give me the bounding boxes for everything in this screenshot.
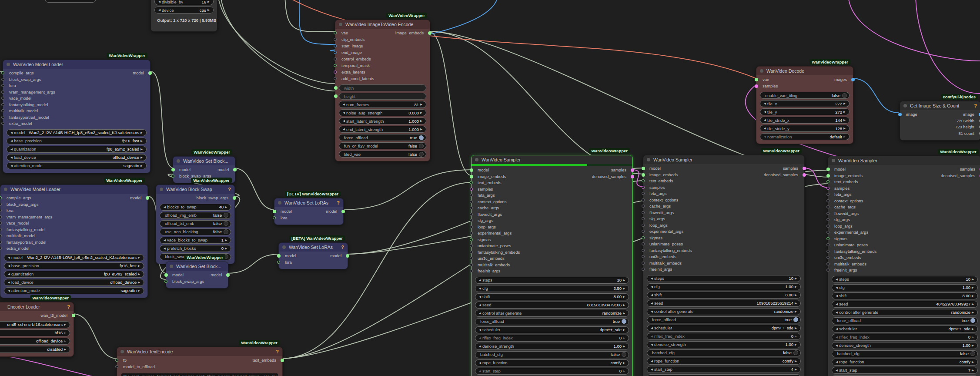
decrement-arrow-icon[interactable]: ◀ <box>162 205 167 209</box>
increment-arrow-icon[interactable]: ▶ <box>139 148 144 151</box>
decrement-arrow-icon[interactable]: ◀ <box>649 293 654 297</box>
widget-cfg[interactable]: ◀cfg1.00▶ <box>647 283 801 290</box>
input-dot-model-to-offload[interactable] <box>115 365 118 368</box>
widget-end-step[interactable]: ◀end_step7▶ <box>647 374 801 376</box>
increment-arrow-icon[interactable]: ▶ <box>622 345 626 348</box>
widget-shift[interactable]: ◀shift8.00▶ <box>647 292 801 299</box>
output-dot-samples[interactable] <box>631 168 634 172</box>
help-badge[interactable]: ? <box>67 304 70 309</box>
collapse-dot-icon[interactable] <box>760 69 763 73</box>
increment-arrow-icon[interactable]: ▶ <box>622 295 626 299</box>
widget-force-offload[interactable]: force_offloadtrue <box>339 134 426 141</box>
node-image-to-video-encode[interactable]: WanVideoWrapperWanVideo ImageToVideo Enc… <box>335 20 430 161</box>
decrement-arrow-icon[interactable]: ◀ <box>341 111 346 114</box>
widget-device[interactable]: ◀devicecpu▶ <box>154 7 214 13</box>
widget-seed[interactable]: ◀seed404529763349927▶ <box>832 301 978 308</box>
widget-start-step[interactable]: ◀start_step4▶ <box>647 366 801 373</box>
decrement-arrow-icon[interactable]: ◀ <box>834 294 839 298</box>
input-dot-block-swap-args[interactable] <box>0 203 2 206</box>
input-dot-extra-model[interactable] <box>1 122 4 125</box>
input-dot-fantasytalking-embeds[interactable] <box>642 249 645 252</box>
input-dot-compile-args[interactable] <box>0 196 2 199</box>
output-dot-wan-t5-model[interactable] <box>72 314 75 317</box>
increment-arrow-icon[interactable]: ▶ <box>224 205 228 209</box>
widget-force-offload[interactable]: force_offloadtrue <box>647 316 801 323</box>
increment-arrow-icon[interactable]: ▶ <box>842 110 847 114</box>
input-dot-fantasyportrait-model[interactable] <box>1 116 4 119</box>
increment-arrow-icon[interactable]: ▶ <box>419 119 424 123</box>
widget-riflex-freq-index[interactable]: ◀riflex_freq_index0▶ <box>475 335 629 342</box>
widget-denoise-strength[interactable]: ◀denoise_strength1.00▶ <box>832 342 978 349</box>
widget-attention-mode[interactable]: ◀attention_modesageattn▶ <box>4 287 144 294</box>
increment-arrow-icon[interactable]: ▶ <box>970 360 975 364</box>
node-model-loader-low[interactable]: WanVideoWrapperWanVideo Model Loadercomp… <box>0 185 148 298</box>
decrement-arrow-icon[interactable]: ◀ <box>7 272 11 276</box>
decrement-arrow-icon[interactable]: ◀ <box>649 368 654 371</box>
widget-load-device[interactable]: ◀load_deviceoffload_device▶ <box>7 154 147 161</box>
decrement-arrow-icon[interactable]: ◀ <box>478 345 482 348</box>
decrement-arrow-icon[interactable]: ◀ <box>649 310 654 313</box>
input-dot-temporal-mask[interactable] <box>334 64 337 67</box>
decrement-arrow-icon[interactable]: ◀ <box>763 127 767 130</box>
increment-arrow-icon[interactable]: ▶ <box>63 339 67 343</box>
input-dot-fantasyportrait-model[interactable] <box>0 241 2 244</box>
widget-tile-x[interactable]: ◀tile_x272▶ <box>760 100 850 107</box>
decrement-arrow-icon[interactable]: ◀ <box>834 360 839 364</box>
increment-arrow-icon[interactable]: ▶ <box>970 311 975 314</box>
decrement-arrow-icon[interactable]: ◀ <box>649 359 654 363</box>
node-get-image-size-count[interactable]: comfyui-kjnodesGet Image Size & Count?im… <box>900 101 980 141</box>
increment-arrow-icon[interactable]: ▶ <box>622 369 626 373</box>
collapse-dot-icon[interactable] <box>903 104 907 107</box>
widget-model[interactable]: ◀modelWan2_2-I2V-A14B-LOW_fp8_e5m2_scale… <box>4 254 144 261</box>
input-dot-multitalk-embeds[interactable] <box>470 263 473 266</box>
increment-arrow-icon[interactable]: ▶ <box>793 359 798 363</box>
widget-denoise-strength[interactable]: ◀denoise_strength1.00▶ <box>475 343 629 350</box>
widget-scheduler[interactable]: ◀schedulerdpm++_sde▶ <box>832 326 978 332</box>
collapse-dot-icon[interactable] <box>278 201 281 205</box>
input-dot-image-embeds[interactable] <box>826 174 830 178</box>
increment-arrow-icon[interactable]: ▶ <box>622 361 626 365</box>
widget-start-step[interactable]: ◀start_step0▶ <box>475 368 629 375</box>
converted-input-height[interactable]: height <box>339 93 426 100</box>
increment-arrow-icon[interactable]: ▶ <box>793 285 798 289</box>
widget-batched-cfg[interactable]: batched_cfgfalse <box>832 350 978 357</box>
decrement-arrow-icon[interactable]: ◀ <box>763 110 767 114</box>
input-dot-experimental-args[interactable] <box>470 232 473 235</box>
increment-arrow-icon[interactable]: ▶ <box>970 302 975 306</box>
toggle-knob[interactable] <box>622 352 626 357</box>
input-dot-vae[interactable] <box>755 78 758 81</box>
node-title-bar[interactable]: WanVideo TextEncode? <box>117 347 282 356</box>
input-dot-context-options[interactable] <box>470 200 473 203</box>
widget-rope-function[interactable]: ◀rope_functioncomfy▶ <box>647 358 801 365</box>
node-title-bar[interactable]: WanVideo Model Loader <box>0 185 147 194</box>
input-dot-uni3c-embeds[interactable] <box>826 256 829 259</box>
widget-force-offload[interactable]: force_offloadtrue <box>832 317 978 324</box>
input-dot-start-image[interactable] <box>334 44 337 47</box>
input-dot-extra-latents[interactable] <box>334 70 337 74</box>
increment-arrow-icon[interactable]: ▶ <box>139 131 144 134</box>
increment-arrow-icon[interactable]: ▶ <box>970 278 975 281</box>
input-dot-freeinit-args[interactable] <box>470 269 473 272</box>
increment-arrow-icon[interactable]: ▶ <box>793 293 798 297</box>
widget-blocks-to-swap[interactable]: ◀blocks_to_swap40▶ <box>160 204 231 211</box>
widget-seed[interactable]: ◀seed881581398479106▶ <box>475 302 629 309</box>
node-title-bar[interactable]: WanVideo Sampler <box>828 156 980 165</box>
increment-arrow-icon[interactable]: ▶ <box>793 326 798 330</box>
widget-riflex-freq-index[interactable]: ◀riflex_freq_index0▶ <box>832 334 978 341</box>
increment-arrow-icon[interactable]: ▶ <box>139 156 144 159</box>
widget-quantization[interactable]: ◀quantizationfp8_e5m2_scaled▶ <box>7 146 147 153</box>
increment-arrow-icon[interactable]: ▶ <box>137 264 141 268</box>
increment-arrow-icon[interactable]: ▶ <box>842 127 847 130</box>
input-dot-cache-args[interactable] <box>470 206 473 209</box>
input-dot-context-options[interactable] <box>642 198 645 201</box>
input-dot-loop-args[interactable] <box>470 225 473 228</box>
widget-vace-blocks-to-swap[interactable]: ◀vace_blocks_to_swap1▶ <box>160 237 231 244</box>
increment-arrow-icon[interactable]: ▶ <box>793 335 798 338</box>
decrement-arrow-icon[interactable]: ◀ <box>478 287 482 290</box>
increment-arrow-icon[interactable]: ▶ <box>622 303 626 307</box>
decrement-arrow-icon[interactable]: ◀ <box>162 238 167 242</box>
widget-combo[interactable]: ◀offload_device▶ <box>0 338 70 345</box>
decrement-arrow-icon[interactable]: ◀ <box>834 302 839 306</box>
input-dot-flowedit-args[interactable] <box>470 213 473 216</box>
widget-combo[interactable]: ◀disabled▶ <box>0 346 70 353</box>
